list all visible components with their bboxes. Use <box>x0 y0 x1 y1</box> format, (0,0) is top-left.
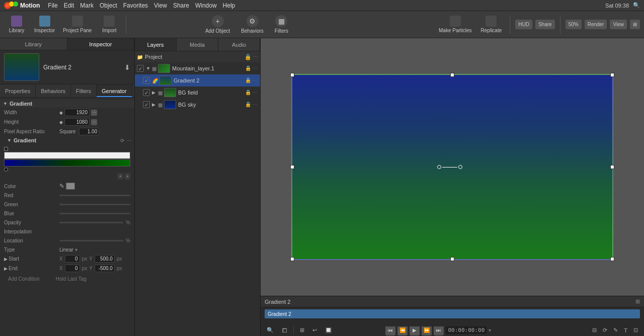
tab-layers[interactable]: Layers <box>135 38 177 51</box>
timecode-dropdown[interactable]: ▾ <box>489 327 491 333</box>
project-options-icon[interactable]: ⋯ <box>253 54 258 60</box>
height-keyframe[interactable]: ◆ <box>59 120 63 125</box>
transform-end-dot[interactable] <box>458 165 462 169</box>
eyedropper-icon[interactable]: ✎ <box>59 183 64 190</box>
location-slider[interactable] <box>59 240 123 241</box>
timeline-track[interactable]: Gradient 2 <box>265 309 640 318</box>
bgsky-lock-icon[interactable]: 🔒 <box>245 102 251 108</box>
opacity-slider[interactable] <box>59 222 123 223</box>
list-item[interactable]: ✓ ▼ ▦ Mountain_layer.1 🔒 ⋯ <box>135 62 260 74</box>
menu-file[interactable]: File <box>48 2 57 9</box>
gradient-sub-header[interactable]: ▼ Gradient ⟳ ⋯ <box>0 136 134 144</box>
height-arrow[interactable]: ⋯ <box>91 119 97 125</box>
zoom-control[interactable]: 50% <box>566 20 582 29</box>
gradient-arrow-icon[interactable]: ⋯ <box>126 138 131 143</box>
gradient-remove-btn[interactable]: + <box>124 173 130 180</box>
add-condition-button[interactable]: Add Condition <box>4 275 44 283</box>
handle-middle-left[interactable] <box>290 165 294 169</box>
layer-checkbox-bgfield[interactable]: ✓ <box>143 89 150 96</box>
handle-bottom-right[interactable] <box>610 257 614 261</box>
gradient-reset-icon[interactable]: ⟳ <box>120 138 124 143</box>
timeline-loop-icon[interactable]: ↩ <box>310 326 319 334</box>
insp-tab-generator[interactable]: Generator <box>97 85 132 97</box>
handle-middle-right[interactable] <box>610 165 614 169</box>
type-dropdown[interactable]: ▾ <box>75 247 77 253</box>
filters-button[interactable]: ▦ Filters <box>271 14 292 35</box>
play-button[interactable]: ▶ <box>410 325 420 335</box>
gradient-lock-icon[interactable]: 🔒 <box>245 77 251 83</box>
import-button[interactable]: Import <box>97 13 122 36</box>
layer-checkbox-bgsky[interactable]: ✓ <box>143 101 150 108</box>
transform-start-dot[interactable] <box>437 165 441 169</box>
bgfield-expand[interactable]: ▶ <box>152 90 157 95</box>
width-keyframe[interactable]: ◆ <box>59 110 63 115</box>
window-controls[interactable]: ⊞ <box>630 20 640 29</box>
menu-window[interactable]: Window <box>195 2 217 9</box>
start-x-input[interactable] <box>65 255 80 263</box>
timeline-grid-icon[interactable]: ⊞ <box>298 326 306 334</box>
menu-help[interactable]: Help <box>223 2 235 9</box>
menu-object[interactable]: Object <box>100 2 117 9</box>
project-lock-icon[interactable]: 🔒 <box>245 54 252 60</box>
marker-icon[interactable]: ⧠ <box>280 327 289 334</box>
tab-audio[interactable]: Audio <box>218 38 260 51</box>
zoom-timeline-icon[interactable]: ⊟ <box>590 326 599 334</box>
menu-edit[interactable]: Edit <box>64 2 74 9</box>
list-item[interactable]: ✓ ▶ ▦ BG field 🔒 ⋯ <box>135 87 260 99</box>
bgsky-expand[interactable]: ▶ <box>152 102 157 107</box>
menu-share[interactable]: Share <box>173 2 189 9</box>
end-y-input[interactable] <box>95 265 115 272</box>
loop-icon[interactable]: ⟳ <box>601 326 609 334</box>
tab-library[interactable]: Library <box>0 38 67 50</box>
hud-button[interactable]: HUD <box>515 20 532 29</box>
monitor-icon[interactable]: ⊡ <box>631 326 640 334</box>
canvas-gradient[interactable] <box>291 74 613 260</box>
handle-bottom-left[interactable] <box>290 257 294 261</box>
library-button[interactable]: Library <box>4 13 29 36</box>
layer-checkbox-gradient[interactable]: ✓ <box>143 77 150 84</box>
insp-tab-filters[interactable]: Filters <box>71 85 97 97</box>
inspector-button[interactable]: Inspector <box>31 13 58 36</box>
replicate-button[interactable]: Replicate <box>478 13 505 36</box>
text-icon[interactable]: T <box>622 327 629 334</box>
handle-top-left[interactable] <box>290 73 294 77</box>
tab-inspector[interactable]: Inspector <box>67 38 135 50</box>
pixel-aspect-input[interactable] <box>79 128 99 135</box>
list-item[interactable]: ✓ ▶ ▦ BG sky 🔒 ⋯ <box>135 99 260 111</box>
end-x-input[interactable] <box>65 265 80 272</box>
transform-control[interactable] <box>437 165 462 169</box>
gradient-stop-bottom-left[interactable] <box>4 167 8 172</box>
gradient-stop-left[interactable] <box>4 147 8 151</box>
menu-view[interactable]: View <box>154 2 167 9</box>
go-to-start-button[interactable]: ⏮ <box>385 325 395 335</box>
behaviors-button[interactable]: ⚙ Behaviors <box>237 14 267 35</box>
make-particles-button[interactable]: Make Particles <box>436 13 475 36</box>
tab-media[interactable]: Media <box>177 38 218 51</box>
color-swatch[interactable] <box>66 183 75 190</box>
handle-top-center[interactable] <box>450 73 454 77</box>
insp-tab-properties[interactable]: Properties <box>0 85 36 97</box>
bgsky-more-icon[interactable]: ⋯ <box>252 102 258 108</box>
timeline-snap-icon[interactable]: 🔲 <box>323 326 334 334</box>
search-icon[interactable]: 🔍 <box>633 2 640 9</box>
start-expand[interactable]: ▶ <box>4 257 8 262</box>
canvas[interactable] <box>261 38 644 296</box>
view-button[interactable]: View <box>610 20 627 29</box>
preview-save-icon[interactable]: ⬇ <box>124 63 130 71</box>
go-to-end-button[interactable]: ⏭ <box>434 325 444 335</box>
gradient-color-bar[interactable] <box>4 159 130 166</box>
end-expand[interactable]: ▶ <box>4 266 8 271</box>
insp-tab-behaviors[interactable]: Behaviors <box>36 85 71 97</box>
mountain-expand[interactable]: ▼ <box>146 66 151 71</box>
bgfield-more-icon[interactable]: ⋯ <box>252 90 258 96</box>
project-pane-button[interactable]: Project Pane <box>60 13 95 36</box>
handle-bottom-center[interactable] <box>450 257 454 261</box>
menu-mark[interactable]: Mark <box>80 2 94 9</box>
height-input[interactable] <box>64 118 90 126</box>
bgfield-lock-icon[interactable]: 🔒 <box>245 90 251 96</box>
start-y-input[interactable] <box>95 255 115 263</box>
step-back-button[interactable]: ⏪ <box>397 325 408 335</box>
width-input[interactable] <box>64 109 90 116</box>
hold-last-tag-button[interactable]: Hold Last Tag <box>52 275 91 283</box>
gradient-white-bar[interactable] <box>4 152 130 159</box>
